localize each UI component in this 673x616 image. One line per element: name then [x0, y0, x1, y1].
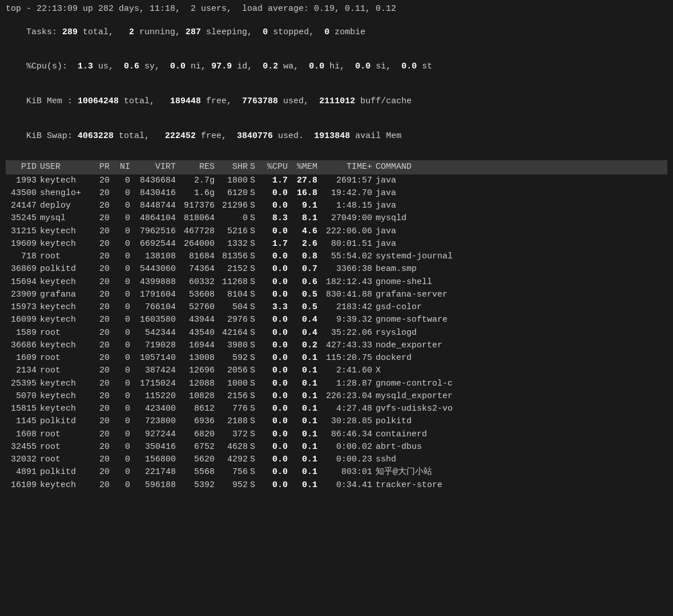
- cell-time: 2183:42: [320, 302, 374, 313]
- cell-ni: 0: [112, 441, 132, 453]
- cell-pid: 19609: [6, 238, 39, 250]
- line-tasks: Tasks: 289 total, 2 running, 287 sleepin…: [6, 15, 667, 50]
- cell-pr: 20: [91, 302, 112, 313]
- cell-time: 0:00.02: [320, 441, 374, 453]
- cell-user: polkitd: [39, 264, 91, 275]
- cell-pr: 20: [91, 289, 112, 301]
- cell-s: S: [250, 365, 260, 376]
- cell-cmd: gnome-control-c: [374, 378, 667, 390]
- cell-mem: 0.1: [290, 441, 320, 453]
- cell-ni: 0: [112, 289, 132, 301]
- cell-user: keytech: [39, 238, 91, 250]
- cell-user: root: [39, 327, 91, 339]
- cell-cmd: polkitd: [374, 416, 667, 427]
- cell-virt: 6692544: [132, 238, 178, 250]
- cell-ni: 0: [112, 302, 132, 313]
- cell-pid: 35245: [6, 213, 39, 224]
- cell-res: 917376: [178, 200, 217, 212]
- cell-ni: 0: [112, 200, 132, 212]
- cell-virt: 542344: [132, 327, 178, 339]
- cell-cpu: 1.7: [260, 238, 290, 250]
- cell-cmd: dockerd: [374, 352, 667, 364]
- cell-pid: 16109: [6, 480, 39, 491]
- cell-shr: 776: [217, 403, 250, 415]
- cell-res: 5392: [178, 480, 217, 491]
- cell-s: S: [250, 340, 260, 351]
- cell-mem: 9.1: [290, 200, 320, 212]
- cell-res: 2.7g: [178, 175, 217, 187]
- table-row: 1993keytech20084366842.7g1800S1.727.8269…: [6, 175, 667, 187]
- cell-shr: 0: [217, 213, 250, 224]
- cell-res: 52760: [178, 302, 217, 313]
- cell-time: 226:23.04: [320, 391, 374, 402]
- cell-time: 55:54.02: [320, 251, 374, 262]
- cell-virt: 156800: [132, 454, 178, 465]
- cell-time: 4:27.48: [320, 403, 374, 415]
- cell-shr: 592: [217, 352, 250, 364]
- cell-cpu: 0.0: [260, 226, 290, 237]
- cell-virt: 719028: [132, 340, 178, 351]
- cell-time: 0:34.41: [320, 480, 374, 491]
- cell-pid: 23909: [6, 289, 39, 301]
- cell-s: S: [250, 302, 260, 313]
- table-row: 1608root2009272446820372S0.00.186:46.34c…: [6, 428, 667, 441]
- cell-shr: 42164: [217, 327, 250, 339]
- cell-cpu: 0.0: [260, 480, 290, 491]
- cell-cpu: 0.0: [260, 251, 290, 262]
- cell-cpu: 0.0: [260, 467, 290, 478]
- table-row: 32455root20035041667524628S0.00.10:00.02…: [6, 441, 667, 453]
- col-header-mem: %MEM: [290, 161, 320, 173]
- cell-pid: 15694: [6, 277, 39, 288]
- cell-user: keytech: [39, 480, 91, 491]
- table-row: 1589root2005423444354042164S0.00.435:22.…: [6, 327, 667, 339]
- cell-ni: 0: [112, 429, 132, 440]
- cell-pr: 20: [91, 378, 112, 390]
- cell-mem: 2.6: [290, 238, 320, 250]
- swap-label: KiB Swap:: [26, 131, 78, 141]
- cell-time: 27049:00: [320, 213, 374, 224]
- cell-mem: 0.2: [290, 340, 320, 351]
- cell-shr: 6120: [217, 188, 250, 199]
- tasks-mid2: running,: [134, 27, 186, 37]
- cell-cmd: tracker-store: [374, 480, 667, 491]
- cell-pid: 43500: [6, 188, 39, 199]
- col-header-ni: NI: [112, 161, 132, 173]
- col-header-res: RES: [178, 161, 217, 173]
- cell-virt: 115220: [132, 391, 178, 402]
- table-row: 4891polkitd2002217485568756S0.00.1803:01…: [6, 466, 667, 479]
- cell-s: S: [250, 327, 260, 339]
- cell-pid: 32032: [6, 454, 39, 465]
- cell-s: S: [250, 454, 260, 465]
- cell-pr: 20: [91, 264, 112, 275]
- cpu-st: 0.0: [401, 62, 417, 71]
- cell-time: 1:48.15: [320, 200, 374, 212]
- swap-total: 4063228: [78, 131, 114, 141]
- cell-cmd: gnome-shell: [374, 277, 667, 288]
- tasks-zombie: 0: [324, 27, 329, 37]
- col-header-pid: PID: [6, 161, 39, 173]
- cell-cpu: 0.0: [260, 200, 290, 212]
- cell-user: polkitd: [39, 416, 91, 427]
- cell-s: S: [250, 277, 260, 288]
- cpu-ni: 0.0: [170, 62, 186, 71]
- cell-pid: 15815: [6, 403, 39, 415]
- cell-res: 53608: [178, 289, 217, 301]
- cell-cpu: 0.0: [260, 391, 290, 402]
- table-row: 43500shenglo+20084304161.6g6120S0.016.81…: [6, 187, 667, 200]
- cell-pid: 15973: [6, 302, 39, 313]
- cell-ni: 0: [112, 378, 132, 390]
- cell-mem: 0.5: [290, 289, 320, 301]
- cell-user: root: [39, 251, 91, 262]
- swap-used: 3840776: [237, 131, 273, 141]
- cell-cmd: gsd-color: [374, 302, 667, 313]
- cell-cpu: 0.0: [260, 352, 290, 364]
- cell-mem: 0.1: [290, 480, 320, 491]
- tasks-suffix: zombie: [329, 27, 365, 37]
- cell-cmd: rsyslogd: [374, 327, 667, 339]
- cell-ni: 0: [112, 391, 132, 402]
- cell-shr: 372: [217, 429, 250, 440]
- cell-s: S: [250, 403, 260, 415]
- cell-pr: 20: [91, 251, 112, 262]
- cell-pid: 2134: [6, 365, 39, 376]
- cell-s: S: [250, 378, 260, 390]
